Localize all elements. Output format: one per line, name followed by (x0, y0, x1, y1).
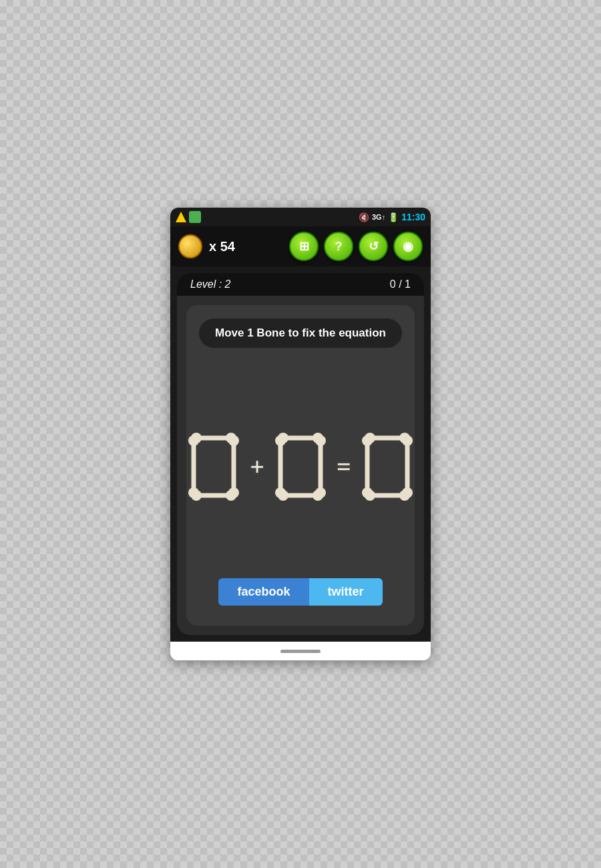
svg-point-16 (275, 435, 286, 446)
game-outer: Level : 2 0 / 1 Move 1 Bone to fix the e… (170, 266, 431, 642)
level-text: Level : 2 (190, 278, 230, 290)
score-text: 0 / 1 (390, 278, 411, 290)
digit-right[interactable] (361, 430, 414, 503)
status-bar-left (176, 211, 201, 223)
puzzle-area[interactable]: Move 1 Bone to fix the equation (186, 305, 415, 626)
signal-icon: 3G↑ (372, 213, 385, 221)
clock: 11:30 (401, 212, 425, 222)
help-button[interactable]: ? (324, 232, 353, 261)
home-bar (280, 650, 321, 653)
game-panel: Level : 2 0 / 1 Move 1 Bone to fix the e… (177, 273, 424, 635)
status-bar: 🔇 3G↑ 🔋 11:30 (170, 208, 431, 226)
instruction-bubble: Move 1 Bone to fix the equation (199, 318, 402, 348)
status-bar-right: 🔇 3G↑ 🔋 11:30 (359, 212, 425, 222)
digit-left[interactable] (187, 430, 240, 503)
level-bar: Level : 2 0 / 1 (177, 273, 424, 296)
grid-button[interactable]: ⊞ (289, 232, 319, 261)
instruction-text: Move 1 Bone to fix the equation (215, 327, 386, 339)
app-icon (189, 211, 201, 223)
svg-point-23 (313, 490, 323, 501)
svg-point-22 (278, 490, 288, 501)
toolbar-buttons: ⊞ ? ↺ ◉ (289, 232, 423, 261)
twitter-button[interactable]: twitter (309, 578, 383, 606)
facebook-button[interactable]: facebook (218, 578, 309, 606)
game-button[interactable]: ◉ (393, 232, 423, 261)
plus-operator: + (250, 452, 264, 481)
coin-count: x 54 (209, 239, 282, 254)
alert-icon (176, 212, 186, 222)
svg-point-31 (402, 435, 413, 446)
svg-point-11 (226, 490, 236, 501)
battery-icon: 🔋 (388, 212, 399, 222)
digit-middle[interactable] (274, 430, 327, 503)
svg-point-10 (191, 490, 202, 501)
coin-icon (178, 234, 202, 258)
refresh-button[interactable]: ↺ (359, 232, 388, 261)
home-indicator (170, 642, 431, 660)
phone: 🔇 3G↑ 🔋 11:30 x 54 ⊞ ? ↺ ◉ Level : 2 (170, 208, 431, 660)
svg-point-34 (365, 490, 375, 501)
svg-point-28 (362, 435, 373, 446)
mute-icon: 🔇 (359, 212, 369, 222)
equals-operator: = (337, 452, 351, 481)
svg-point-19 (315, 435, 326, 446)
svg-point-7 (228, 435, 239, 446)
top-bar: x 54 ⊞ ? ↺ ◉ (170, 226, 431, 266)
svg-point-35 (399, 490, 410, 501)
phone-wrapper: 🔇 3G↑ 🔋 11:30 x 54 ⊞ ? ↺ ◉ Level : 2 (170, 208, 431, 660)
equation-display: + (187, 381, 413, 552)
svg-point-4 (188, 435, 199, 446)
social-buttons: facebook twitter (218, 578, 382, 606)
